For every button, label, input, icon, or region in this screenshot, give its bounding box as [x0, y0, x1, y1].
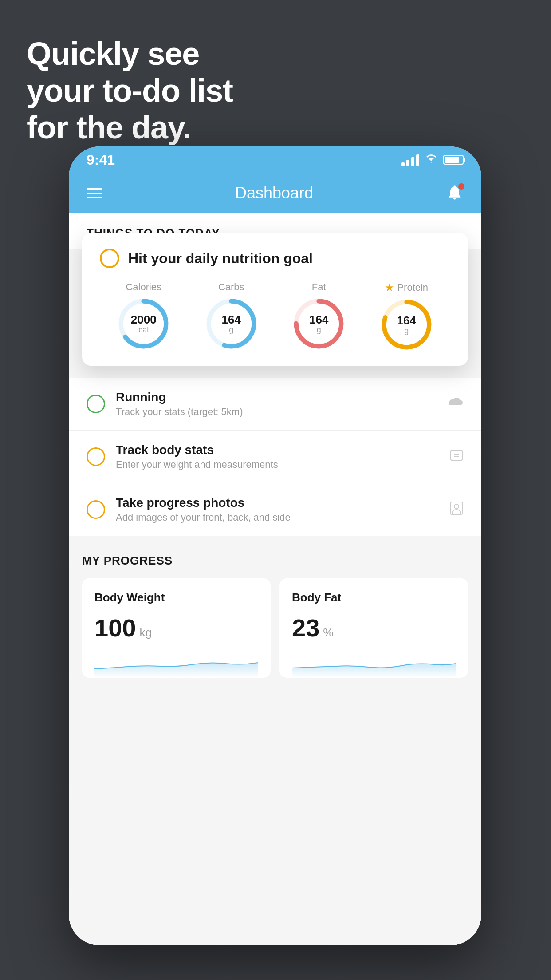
phone-content: THINGS TO DO TODAY Hit your daily nutrit… — [69, 213, 481, 945]
running-text: Running Track your stats (target: 5km) — [116, 390, 438, 418]
body-stats-title: Track body stats — [116, 443, 439, 457]
headline-line3: for the day. — [27, 109, 233, 146]
status-icons — [401, 153, 464, 167]
notification-bell-icon[interactable] — [446, 183, 464, 203]
scale-icon — [449, 448, 464, 466]
headline-line1: Quickly see — [27, 36, 233, 72]
notification-dot — [458, 183, 464, 190]
headline: Quickly see your to-do list for the day. — [27, 36, 233, 146]
nutrition-card-title: Hit your daily nutrition goal — [128, 250, 313, 267]
headline-line2: your to-do list — [27, 72, 233, 109]
shoe-icon — [449, 396, 464, 412]
body-fat-unit: % — [323, 626, 333, 640]
body-weight-title: Body Weight — [94, 591, 258, 605]
body-fat-title: Body Fat — [292, 591, 456, 605]
calories-label: Calories — [126, 281, 161, 293]
star-icon: ★ — [385, 281, 394, 294]
fat-label: Fat — [312, 281, 326, 293]
body-fat-card: Body Fat 23 % — [279, 578, 468, 678]
carbs-unit: g — [229, 325, 233, 334]
photos-text: Take progress photos Add images of your … — [116, 496, 439, 523]
menu-icon[interactable] — [87, 188, 102, 198]
body-weight-card: Body Weight 100 kg — [82, 578, 271, 678]
wifi-icon — [425, 153, 438, 167]
fat-unit: g — [317, 325, 321, 334]
protein-value: 164 — [397, 314, 416, 327]
nutrition-fat: Fat 164 g — [293, 281, 344, 349]
body-weight-unit: kg — [139, 626, 151, 640]
phone-frame: 9:41 Dashb — [69, 146, 481, 945]
header-title: Dashboard — [235, 184, 313, 202]
photos-check-circle — [87, 500, 105, 519]
photos-title: Take progress photos — [116, 496, 439, 510]
svg-rect-8 — [451, 450, 462, 460]
calories-donut: 2000 cal — [118, 298, 169, 349]
nutrition-card: Hit your daily nutrition goal Calories 2… — [82, 233, 468, 366]
body-stats-check-circle — [87, 447, 105, 466]
todo-photos[interactable]: Take progress photos Add images of your … — [69, 483, 481, 536]
progress-cards: Body Weight 100 kg — [82, 578, 468, 678]
status-time: 9:41 — [87, 152, 115, 168]
calories-unit: cal — [138, 325, 149, 334]
nutrition-calories: Calories 2000 cal — [118, 281, 169, 349]
protein-donut: 164 g — [381, 299, 432, 350]
battery-icon — [443, 155, 464, 165]
nutrition-grid: Calories 2000 cal Carbs — [100, 281, 450, 350]
running-check-circle — [87, 395, 105, 413]
app-header: Dashboard — [69, 173, 481, 213]
todo-body-stats[interactable]: Track body stats Enter your weight and m… — [69, 431, 481, 483]
carbs-value: 164 — [222, 313, 241, 326]
calories-value: 2000 — [131, 313, 157, 326]
body-stats-subtitle: Enter your weight and measurements — [116, 459, 439, 470]
svg-point-12 — [454, 504, 459, 509]
progress-section-title: MY PROGRESS — [82, 554, 468, 568]
fat-value: 164 — [309, 313, 328, 326]
body-fat-chart — [292, 651, 456, 678]
body-weight-chart — [94, 651, 258, 678]
carbs-donut: 164 g — [206, 298, 257, 349]
body-weight-value: 100 — [94, 613, 136, 642]
nutrition-carbs: Carbs 164 g — [206, 281, 257, 349]
signal-icon — [401, 154, 419, 166]
progress-section: MY PROGRESS Body Weight 100 kg — [69, 536, 481, 691]
nutrition-protein: ★ Protein 164 g — [381, 281, 432, 350]
nutrition-check-circle[interactable] — [100, 249, 119, 268]
photos-subtitle: Add images of your front, back, and side — [116, 512, 439, 523]
body-stats-text: Track body stats Enter your weight and m… — [116, 443, 439, 470]
person-icon — [449, 501, 464, 518]
carbs-label: Carbs — [218, 281, 244, 293]
running-title: Running — [116, 390, 438, 404]
protein-unit: g — [404, 326, 409, 335]
todo-list: Running Track your stats (target: 5km) T… — [69, 378, 481, 536]
body-fat-value: 23 — [292, 613, 319, 642]
fat-donut: 164 g — [293, 298, 344, 349]
protein-label: ★ Protein — [385, 281, 428, 294]
body-fat-value-row: 23 % — [292, 613, 456, 642]
todo-running[interactable]: Running Track your stats (target: 5km) — [69, 378, 481, 431]
running-subtitle: Track your stats (target: 5km) — [116, 406, 438, 418]
nutrition-card-header: Hit your daily nutrition goal — [100, 249, 450, 268]
status-bar: 9:41 — [69, 146, 481, 173]
body-weight-value-row: 100 kg — [94, 613, 258, 642]
